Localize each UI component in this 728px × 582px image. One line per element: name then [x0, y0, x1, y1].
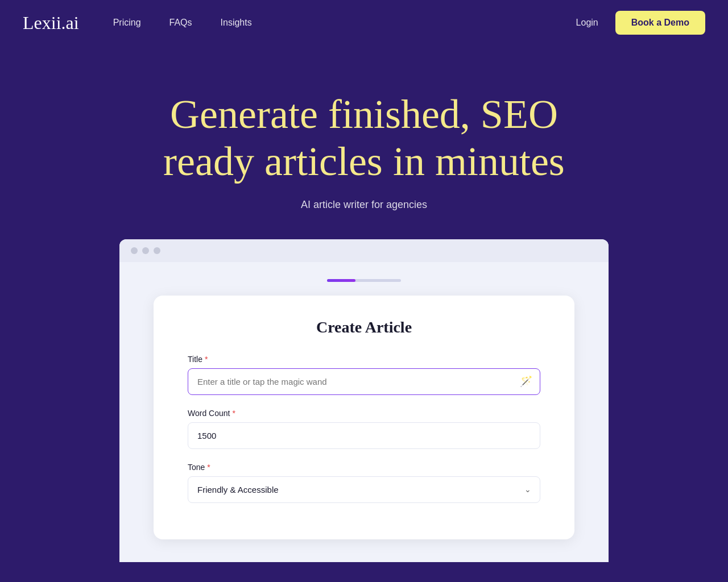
- title-label: Title *: [188, 355, 540, 364]
- logo[interactable]: Lexii.ai: [23, 13, 79, 34]
- word-count-input[interactable]: [188, 422, 540, 449]
- progress-track: [327, 279, 401, 282]
- progress-area: [154, 279, 574, 282]
- word-count-form-group: Word Count *: [188, 409, 540, 449]
- create-article-card: Create Article Title * 🪄 Word Count: [154, 296, 574, 539]
- nav-link-faqs[interactable]: FAQs: [169, 18, 192, 28]
- hero-title: Generate finished, SEO ready articles in…: [136, 91, 592, 185]
- browser-dot-yellow: [142, 247, 149, 254]
- title-required-star: *: [205, 355, 208, 364]
- tone-label: Tone *: [188, 463, 540, 472]
- nav-links: Pricing FAQs Insights: [113, 18, 252, 28]
- tone-form-group: Tone * Friendly & Accessible Professiona…: [188, 463, 540, 503]
- browser-dot-green: [154, 247, 160, 254]
- tone-required-star: *: [207, 463, 210, 472]
- login-link[interactable]: Login: [576, 18, 598, 28]
- tone-select-wrapper: Friendly & Accessible Professional Casua…: [188, 476, 540, 503]
- browser-window: Create Article Title * 🪄 Word Count: [119, 239, 609, 562]
- navbar-left: Lexii.ai Pricing FAQs Insights: [23, 13, 252, 34]
- modal-title: Create Article: [188, 318, 540, 336]
- title-input-wrapper: 🪄: [188, 368, 540, 395]
- title-input[interactable]: [188, 368, 540, 395]
- browser-dot-red: [131, 247, 138, 254]
- word-count-required-star: *: [232, 409, 235, 418]
- browser-bar: [119, 239, 609, 262]
- progress-fill: [327, 279, 355, 282]
- hero-subtitle: AI article writer for agencies: [301, 199, 427, 211]
- nav-link-pricing[interactable]: Pricing: [113, 18, 141, 28]
- word-count-label: Word Count *: [188, 409, 540, 418]
- book-demo-button[interactable]: Book a Demo: [615, 11, 705, 35]
- magic-wand-icon[interactable]: 🪄: [520, 375, 532, 388]
- nav-link-insights[interactable]: Insights: [221, 18, 252, 28]
- tone-select[interactable]: Friendly & Accessible Professional Casua…: [188, 476, 540, 503]
- browser-content: Create Article Title * 🪄 Word Count: [119, 262, 609, 562]
- navbar-right: Login Book a Demo: [576, 11, 705, 35]
- navbar: Lexii.ai Pricing FAQs Insights Login Boo…: [0, 0, 728, 45]
- hero-section: Generate finished, SEO ready articles in…: [0, 45, 728, 582]
- title-form-group: Title * 🪄: [188, 355, 540, 395]
